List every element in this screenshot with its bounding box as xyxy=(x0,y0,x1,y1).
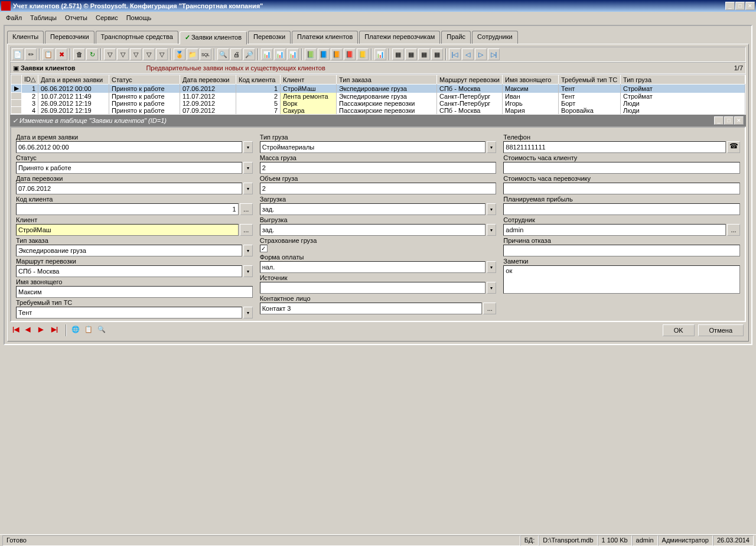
nav-first-icon[interactable]: |◁ xyxy=(449,48,461,60)
menu-tables[interactable]: Таблицы xyxy=(27,13,60,22)
col-status[interactable]: Статус xyxy=(109,75,180,84)
tab-carrier-payments[interactable]: Платежи перевозчикам xyxy=(359,31,440,44)
new-icon[interactable]: 📄 xyxy=(12,48,24,60)
input-contact[interactable] xyxy=(260,303,483,314)
input-client[interactable] xyxy=(16,224,239,236)
menu-reports[interactable]: Отчеты xyxy=(61,13,91,22)
export-icon[interactable]: 📊 xyxy=(261,48,273,60)
nav-last-icon[interactable]: ▷| xyxy=(488,48,500,60)
excel-icon[interactable]: 📗 xyxy=(305,48,317,60)
table-row[interactable]: 426.09.2012 12:19Принято к работе07.09.2… xyxy=(11,107,745,114)
dd-source[interactable] xyxy=(487,282,496,294)
dd-shipdate[interactable] xyxy=(243,183,253,194)
doc-icon[interactable]: 📘 xyxy=(318,48,330,60)
col-id[interactable]: ID△ xyxy=(22,75,38,84)
input-status[interactable] xyxy=(16,162,242,174)
tool3-icon[interactable]: 🔍 xyxy=(97,326,107,335)
layout4-icon[interactable]: ▦ xyxy=(431,48,443,60)
dd-status[interactable] xyxy=(243,162,253,174)
input-clientrate[interactable] xyxy=(503,162,740,174)
input-caller[interactable] xyxy=(16,286,253,298)
input-clientcode[interactable] xyxy=(16,203,239,215)
tab-price[interactable]: Прайс xyxy=(441,31,471,44)
chart-icon[interactable]: 📊 xyxy=(374,48,386,60)
tab-vehicles[interactable]: Транспортные средства xyxy=(96,31,178,44)
tab-requests[interactable]: ✓Заявки клиентов xyxy=(180,31,247,44)
group-icon[interactable]: 📁 xyxy=(187,48,198,60)
maximize-button[interactable]: □ xyxy=(735,2,745,10)
input-shipdate[interactable] xyxy=(16,183,242,194)
dd-loading[interactable] xyxy=(487,203,496,215)
copy-icon[interactable]: 📋 xyxy=(43,48,54,60)
chk-insurance[interactable]: ✓ xyxy=(260,245,268,252)
col-clientcode[interactable]: Код клиента xyxy=(236,75,281,84)
rec-first-icon[interactable]: |◀ xyxy=(12,326,22,335)
delete-icon[interactable]: ✖ xyxy=(56,48,67,60)
doc2-icon[interactable]: 📙 xyxy=(331,48,343,60)
input-volume[interactable] xyxy=(260,183,497,194)
col-client[interactable]: Клиент xyxy=(281,75,337,84)
input-unloading[interactable] xyxy=(260,224,486,236)
dd-vehicle[interactable] xyxy=(243,307,253,318)
input-reason[interactable] xyxy=(503,245,740,256)
export3-icon[interactable]: 📊 xyxy=(287,48,299,60)
menu-file[interactable]: Файл xyxy=(2,13,25,22)
input-mass[interactable] xyxy=(260,162,497,174)
table-row[interactable]: 326.09.2012 12:19Принято к работе12.09.2… xyxy=(11,100,745,107)
col-vehicle[interactable]: Требуемый тип ТС xyxy=(558,75,620,84)
editor-close-button[interactable]: ✕ xyxy=(734,116,744,125)
filter2-icon[interactable]: ▽ xyxy=(117,48,129,60)
table-row[interactable]: 210.07.2012 11:49Принято к работе11.07.2… xyxy=(11,93,745,100)
refresh-icon[interactable]: ↻ xyxy=(86,48,98,60)
btn-contact[interactable]: ... xyxy=(483,303,496,314)
dd-ordertype[interactable] xyxy=(243,245,253,256)
btn-clientcode[interactable]: ... xyxy=(240,203,253,215)
rec-prev-icon[interactable]: ◀ xyxy=(25,326,35,335)
print-icon[interactable]: 🖨 xyxy=(230,48,242,60)
tab-transport[interactable]: Перевозки xyxy=(248,31,291,44)
tab-employees[interactable]: Сотрудники xyxy=(472,31,518,44)
input-route[interactable] xyxy=(16,265,242,277)
tab-client-payments[interactable]: Платежи клиентов xyxy=(292,31,358,44)
menu-service[interactable]: Сервис xyxy=(92,13,122,22)
input-ordertype[interactable] xyxy=(16,245,242,256)
input-loading[interactable] xyxy=(260,203,486,215)
export2-icon[interactable]: 📊 xyxy=(274,48,286,60)
input-cargo[interactable] xyxy=(260,141,486,153)
doc4-icon[interactable]: 📒 xyxy=(357,48,369,60)
btn-client[interactable]: ... xyxy=(240,224,253,236)
nav-next-icon[interactable]: ▷ xyxy=(475,48,487,60)
dd-unloading[interactable] xyxy=(487,224,496,236)
input-employee[interactable] xyxy=(503,224,726,236)
col-cargo[interactable]: Тип груза xyxy=(620,75,745,84)
filter3-icon[interactable]: ▽ xyxy=(130,48,142,60)
search-icon[interactable]: 🔍 xyxy=(217,48,229,60)
dd-datetime[interactable] xyxy=(243,141,253,153)
dd-route[interactable] xyxy=(243,265,253,277)
ok-button[interactable]: OK xyxy=(663,324,695,336)
sql-icon[interactable]: SQL xyxy=(200,48,211,60)
dd-cargo[interactable] xyxy=(487,141,496,153)
table-row[interactable]: ▶106.06.2012 00:00Принято к работе07.06.… xyxy=(11,84,745,93)
layout2-icon[interactable]: ▦ xyxy=(405,48,417,60)
col-datetime[interactable]: Дата и время заявки xyxy=(38,75,109,84)
input-phone[interactable] xyxy=(503,141,726,153)
input-carrierrate[interactable] xyxy=(503,183,740,194)
cancel-button[interactable]: Отмена xyxy=(698,324,744,336)
btn-employee[interactable]: ... xyxy=(727,224,740,236)
tool1-icon[interactable]: 🌐 xyxy=(71,326,81,335)
dd-payment[interactable] xyxy=(487,261,496,273)
input-source[interactable] xyxy=(260,282,486,294)
layout3-icon[interactable]: ▦ xyxy=(418,48,430,60)
minimize-button[interactable]: _ xyxy=(725,2,735,10)
editor-max-button[interactable]: □ xyxy=(724,116,734,125)
layout1-icon[interactable]: ▦ xyxy=(392,48,404,60)
input-profit[interactable] xyxy=(503,203,740,215)
input-vehicle[interactable] xyxy=(16,307,242,318)
tool2-icon[interactable]: 📋 xyxy=(84,326,94,335)
input-notes[interactable] xyxy=(503,265,740,294)
tab-clients[interactable]: Клиенты xyxy=(7,31,44,44)
editor-min-button[interactable]: _ xyxy=(714,116,724,125)
tab-carriers[interactable]: Перевозчики xyxy=(45,31,94,44)
col-caller[interactable]: Имя звонящего xyxy=(502,75,558,84)
